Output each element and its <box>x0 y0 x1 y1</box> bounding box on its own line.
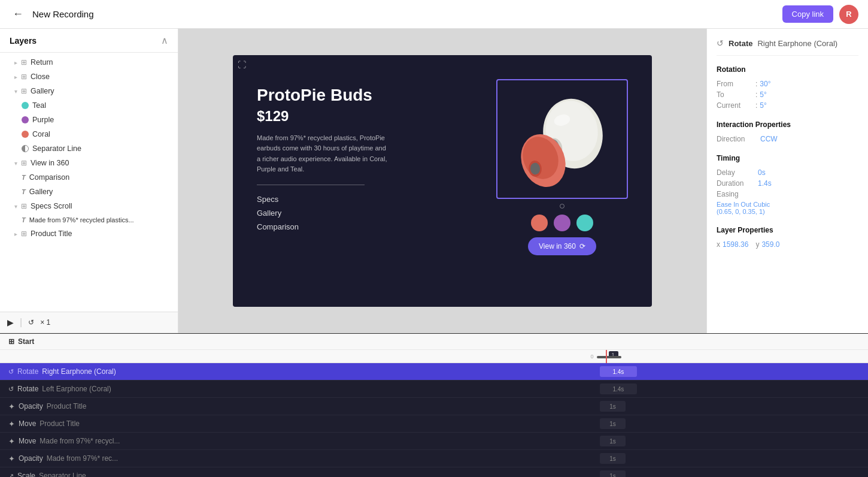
nav-item-specs[interactable]: Specs <box>257 195 448 204</box>
timeline-row-opacity-title[interactable]: ✦ Opacity Product Title 1s <box>0 398 868 415</box>
duration-value: 1.4s <box>758 179 772 188</box>
rotation-from-row: From : 30° <box>717 80 858 88</box>
slider-dot <box>560 204 564 209</box>
layer-grid-icon-product-title: ⊞ <box>21 230 27 238</box>
tl-target-scale-sep: Separator Line <box>39 472 86 477</box>
timeline-track-opacity-made: 1s <box>251 450 868 467</box>
nav-items: Specs Gallery Comparison <box>257 195 448 231</box>
layer-name-specs-scroll: Specs Scroll <box>31 202 72 210</box>
layer-name-return: Return <box>31 58 53 67</box>
layer-grid-icon-close: ⊞ <box>21 73 27 81</box>
layer-item-gallery-text[interactable]: T Gallery <box>0 185 178 199</box>
tl-target-rotate-left: Left Earphone (Coral) <box>42 385 111 393</box>
product-description: Made from 97%* recycled plastics, ProtoP… <box>257 133 389 175</box>
layer-name-comparison: Comparison <box>29 173 69 182</box>
timeline-row-rotate-right[interactable]: ↺ Rotate Right Earphone (Coral) 1.4s <box>0 363 868 381</box>
layer-dot-coral <box>22 131 29 138</box>
layer-item-product-title[interactable]: ▸ ⊞ Product Title <box>0 227 178 241</box>
layer-name-gallery: Gallery <box>31 87 54 95</box>
timeline-row-label-rotate-right: ↺ Rotate Right Earphone (Coral) <box>0 367 251 376</box>
timing-duration-row: Duration 1.4s <box>717 179 858 188</box>
view-360-button[interactable]: View in 360 ⟳ <box>528 237 596 255</box>
layer-item-made-from[interactable]: T Made from 97%* recycled plastics... <box>0 213 178 227</box>
timeline-rows: ↺ Rotate Right Earphone (Coral) 1.4s ↺ R… <box>0 363 868 477</box>
tl-icon-rotate-right: ↺ <box>8 368 14 376</box>
timeline-row-label-move-title: ✦ Move Product Title <box>0 419 251 428</box>
view-360-icon: ⟳ <box>579 242 585 250</box>
divider: | <box>20 317 22 328</box>
layer-text-icon-gallery: T <box>22 188 26 195</box>
color-dot-teal[interactable] <box>576 215 593 231</box>
layer-name-made-from: Made from 97%* recycled plastics... <box>29 216 134 224</box>
layer-item-separator-line[interactable]: Separator Line <box>0 141 178 156</box>
tl-bar-move-made: 1s <box>600 436 626 446</box>
copy-link-button[interactable]: Copy link <box>782 5 833 23</box>
layer-item-purple[interactable]: Purple <box>0 113 178 127</box>
layer-props-section: Layer Properties x 1598.36 y 359.0 <box>717 226 858 249</box>
timeline-track-move-title: 1s <box>251 415 868 432</box>
topbar-left: ← New Recording <box>10 6 94 23</box>
layer-item-gallery-group[interactable]: ▾ ⊞ Gallery <box>0 84 178 98</box>
timeline-row-move-title[interactable]: ✦ Move Product Title 1s <box>0 415 868 433</box>
play-button[interactable]: ▶ <box>7 318 14 327</box>
timing-section: Timing Delay 0s Duration 1.4s Easing Eas… <box>717 154 858 215</box>
rotation-section: Rotation From : 30° To : 5° Current : 5° <box>717 65 858 110</box>
timeline-track-opacity-title: 1s <box>251 398 868 415</box>
slide-right: View in 360 ⟳ <box>460 79 628 283</box>
slide-content: ProtoPie Buds $129 Made from 97%* recycl… <box>233 55 652 307</box>
avatar[interactable]: R <box>839 5 858 24</box>
layer-arrow-return: ▸ <box>14 59 17 66</box>
timeline-row-rotate-left[interactable]: ↺ Rotate Left Earphone (Coral) 1.4s <box>0 381 868 398</box>
layer-item-comparison[interactable]: T Comparison <box>0 170 178 185</box>
easing-params: (0.65, 0, 0.35, 1) <box>717 208 858 215</box>
layer-name-teal: Teal <box>32 101 46 110</box>
prop-target-label: Right Earphone (Coral) <box>757 39 837 48</box>
start-section-label: Start <box>18 337 34 346</box>
rotation-from-value: 30° <box>760 80 770 88</box>
x-label: x <box>717 240 720 249</box>
tl-bar-rotate-right: 1.4s <box>600 366 637 377</box>
timeline-row-opacity-made[interactable]: ✦ Opacity Made from 97%* rec... 1s <box>0 450 868 467</box>
rotation-from-label: From <box>717 80 755 88</box>
layer-item-specs-scroll[interactable]: ▾ ⊞ Specs Scroll <box>0 199 178 213</box>
color-dot-purple[interactable] <box>554 215 570 231</box>
x-value: 1598.36 <box>723 240 748 249</box>
timeline-row-scale-sep[interactable]: ↗ Scale Separator Line 1s <box>0 467 868 477</box>
color-dot-coral[interactable] <box>531 215 548 231</box>
tl-action-rotate-left: Rotate <box>17 385 38 393</box>
layer-item-coral[interactable]: Coral <box>0 127 178 141</box>
nav-item-comparison[interactable]: Comparison <box>257 222 448 231</box>
layer-arrow-product-title: ▸ <box>14 231 17 237</box>
layer-item-close[interactable]: ▸ ⊞ Close <box>0 70 178 84</box>
timeline-track-scale-sep: 1s <box>251 467 868 477</box>
layer-arrow-view360: ▾ <box>14 160 17 167</box>
prop-header: ↺ Rotate Right Earphone (Coral) <box>717 38 858 56</box>
layer-item-teal[interactable]: Teal <box>0 98 178 113</box>
timeline-row-move-made[interactable]: ✦ Move Made from 97%* recycl... 1s <box>0 433 868 450</box>
layer-text-icon-made-from: T <box>22 216 26 224</box>
tl-bar-move-title: 1s <box>600 418 626 429</box>
expand-icon[interactable]: ⛶ <box>238 60 246 70</box>
rotation-to-row: To : 5° <box>717 90 858 99</box>
timeline-header-row: 0 1. <box>0 350 868 363</box>
tl-action-rotate-right: Rotate <box>17 367 38 376</box>
nav-item-gallery[interactable]: Gallery <box>257 209 448 218</box>
layer-name-separator-line: Separator Line <box>32 144 81 153</box>
layer-name-product-title: Product Title <box>31 230 72 238</box>
loop-icon: ↺ <box>28 318 34 327</box>
tl-action-opacity-made: Opacity <box>19 454 43 463</box>
layer-item-view360[interactable]: ▾ ⊞ View in 360 <box>0 156 178 170</box>
layer-name-coral: Coral <box>32 130 50 138</box>
main-area: Layers ∧ ▸ ⊞ Return ▸ ⊞ Close ▾ ⊞ Galler… <box>0 29 868 333</box>
earphone-illustration <box>508 88 616 190</box>
separator-line <box>257 185 365 185</box>
layer-name-close: Close <box>31 73 50 81</box>
tl-icon-move-made: ✦ <box>8 437 15 446</box>
back-button[interactable]: ← <box>10 6 26 23</box>
timeline-row-label-opacity-made: ✦ Opacity Made from 97%* rec... <box>0 454 251 463</box>
y-label: y <box>755 240 759 249</box>
timeline-area: ⊞ Start 0 1. ↺ Rotate Right Earphone (Co… <box>0 333 868 477</box>
layers-collapse-button[interactable]: ∧ <box>161 35 168 46</box>
layer-item-return[interactable]: ▸ ⊞ Return <box>0 55 178 70</box>
tl-target-opacity-made: Made from 97%* rec... <box>47 454 118 463</box>
